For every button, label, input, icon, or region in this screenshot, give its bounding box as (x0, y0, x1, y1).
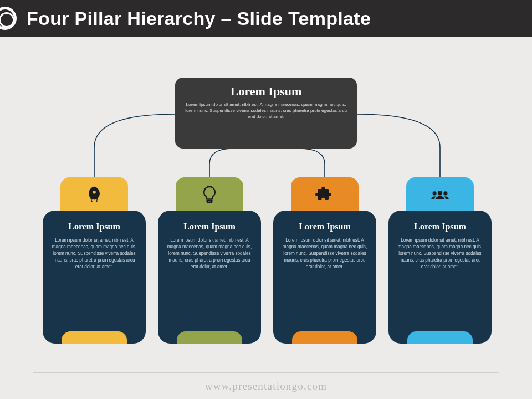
pillar-1-accent (62, 331, 127, 344)
pillar-4-title: Lorem Ipsum (397, 222, 483, 232)
hierarchy-root-box: Lorem Ipsum Lorem ipsum dolor sit amet, … (175, 78, 357, 149)
root-body: Lorem ipsum dolor sit amet, nibh est. A … (185, 102, 347, 120)
root-title: Lorem Ipsum (185, 84, 347, 99)
pillar-1: Lorem Ipsum Lorem ipsum dolor sit amet, … (43, 177, 146, 344)
pillar-2-title: Lorem Ipsum (167, 222, 252, 232)
pillar-2-body: Lorem ipsum dolor sit amet, nibh est. A … (167, 237, 252, 270)
pillar-1-body: Lorem ipsum dolor sit amet, nibh est. A … (52, 237, 137, 270)
pillar-3-card: Lorem Ipsum Lorem ipsum dolor sit amet, … (273, 211, 376, 344)
pillar-3: Lorem Ipsum Lorem ipsum dolor sit amet, … (273, 177, 376, 344)
pillar-1-card: Lorem Ipsum Lorem ipsum dolor sit amet, … (43, 211, 146, 344)
pillar-1-title: Lorem Ipsum (52, 222, 137, 232)
logo-circle-icon (0, 7, 17, 30)
bulb-icon (200, 185, 219, 206)
footer-url: www.presentationgo.com (205, 380, 327, 392)
footer: www.presentationgo.com (0, 372, 532, 399)
rocket-icon (85, 185, 104, 206)
diagram-canvas: Lorem Ipsum Lorem ipsum dolor sit amet, … (0, 37, 532, 358)
pillar-4-card: Lorem Ipsum Lorem ipsum dolor sit amet, … (388, 211, 492, 344)
pillar-4-accent (407, 331, 473, 344)
pillar-1-tab (60, 177, 128, 214)
pillar-4-tab (406, 177, 474, 214)
pillar-3-title: Lorem Ipsum (282, 222, 367, 232)
pillar-2-card: Lorem Ipsum Lorem ipsum dolor sit amet, … (158, 211, 261, 344)
pillar-2: Lorem Ipsum Lorem ipsum dolor sit amet, … (158, 177, 261, 344)
pillar-4-body: Lorem ipsum dolor sit amet, nibh est. A … (397, 237, 483, 270)
pillar-3-tab (291, 177, 359, 214)
pillar-4: Lorem Ipsum Lorem ipsum dolor sit amet, … (388, 177, 492, 344)
pillar-3-accent (292, 331, 357, 344)
pillar-2-accent (177, 331, 242, 344)
puzzle-icon (315, 185, 334, 206)
people-icon (431, 185, 449, 206)
pillar-3-body: Lorem ipsum dolor sit amet, nibh est. A … (282, 237, 367, 270)
page-title: Four Pillar Hierarchy – Slide Template (27, 8, 371, 29)
pillars-row: Lorem Ipsum Lorem ipsum dolor sit amet, … (43, 177, 492, 344)
header-bar: Four Pillar Hierarchy – Slide Template (0, 0, 532, 37)
pillar-2-tab (176, 177, 243, 214)
